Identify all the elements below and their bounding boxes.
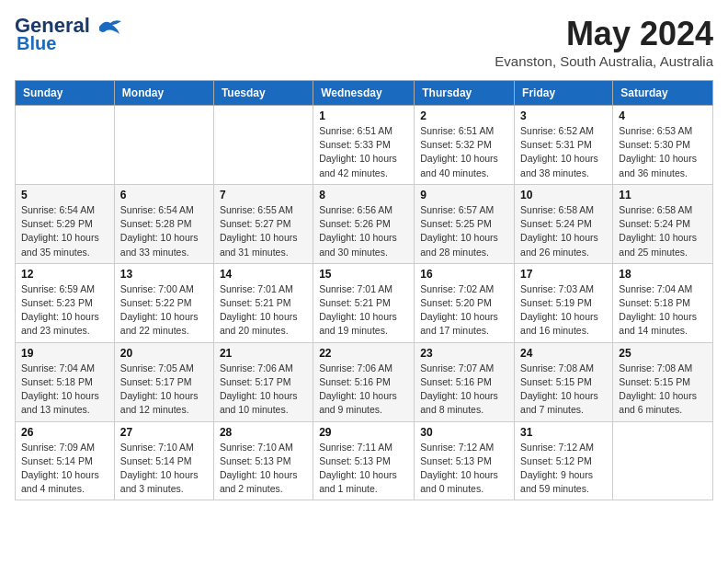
day-info: Sunrise: 7:08 AMSunset: 5:15 PMDaylight:… bbox=[619, 362, 707, 418]
day-number: 7 bbox=[220, 189, 307, 201]
calendar-cell: 31Sunrise: 7:12 AMSunset: 5:12 PMDayligh… bbox=[515, 421, 613, 500]
day-number: 26 bbox=[21, 426, 108, 439]
calendar-cell: 3Sunrise: 6:52 AMSunset: 5:31 PMDaylight… bbox=[515, 106, 613, 185]
location-title: Evanston, South Australia, Australia bbox=[495, 53, 713, 69]
day-info: Sunrise: 7:10 AMSunset: 5:13 PMDaylight:… bbox=[220, 441, 307, 497]
day-number: 25 bbox=[619, 347, 707, 360]
day-number: 10 bbox=[520, 189, 607, 201]
calendar-header: SundayMondayTuesdayWednesdayThursdayFrid… bbox=[16, 81, 713, 106]
calendar-cell: 30Sunrise: 7:12 AMSunset: 5:13 PMDayligh… bbox=[415, 421, 515, 500]
day-number: 11 bbox=[619, 189, 707, 201]
calendar-cell: 14Sunrise: 7:01 AMSunset: 5:21 PMDayligh… bbox=[213, 263, 313, 342]
day-info: Sunrise: 7:09 AMSunset: 5:14 PMDaylight:… bbox=[21, 441, 108, 497]
day-info: Sunrise: 6:53 AMSunset: 5:30 PMDaylight:… bbox=[619, 124, 707, 180]
calendar-cell: 18Sunrise: 7:04 AMSunset: 5:18 PMDayligh… bbox=[613, 263, 713, 342]
week-row-3: 12Sunrise: 6:59 AMSunset: 5:23 PMDayligh… bbox=[16, 263, 713, 342]
calendar-cell: 8Sunrise: 6:56 AMSunset: 5:26 PMDaylight… bbox=[313, 184, 415, 263]
column-header-wednesday: Wednesday bbox=[313, 81, 415, 106]
day-number: 29 bbox=[319, 426, 408, 439]
calendar-cell: 4Sunrise: 6:53 AMSunset: 5:30 PMDaylight… bbox=[613, 106, 713, 185]
day-info: Sunrise: 7:04 AMSunset: 5:18 PMDaylight:… bbox=[21, 362, 108, 418]
calendar-cell: 7Sunrise: 6:55 AMSunset: 5:27 PMDaylight… bbox=[213, 184, 313, 263]
column-header-monday: Monday bbox=[114, 81, 213, 106]
calendar-cell bbox=[114, 106, 213, 185]
column-header-friday: Friday bbox=[515, 81, 613, 106]
calendar-cell: 6Sunrise: 6:54 AMSunset: 5:28 PMDaylight… bbox=[114, 184, 213, 263]
day-info: Sunrise: 6:56 AMSunset: 5:26 PMDaylight:… bbox=[319, 203, 408, 259]
calendar-cell: 10Sunrise: 6:58 AMSunset: 5:24 PMDayligh… bbox=[515, 184, 613, 263]
day-info: Sunrise: 6:58 AMSunset: 5:24 PMDaylight:… bbox=[520, 203, 607, 259]
calendar-cell bbox=[213, 106, 313, 185]
day-info: Sunrise: 7:10 AMSunset: 5:14 PMDaylight:… bbox=[120, 441, 208, 497]
day-info: Sunrise: 6:52 AMSunset: 5:31 PMDaylight:… bbox=[520, 124, 607, 180]
title-block: May 2024 Evanston, South Australia, Aust… bbox=[495, 15, 713, 69]
calendar-cell: 29Sunrise: 7:11 AMSunset: 5:13 PMDayligh… bbox=[313, 421, 415, 500]
day-info: Sunrise: 7:01 AMSunset: 5:21 PMDaylight:… bbox=[319, 282, 408, 339]
week-row-4: 19Sunrise: 7:04 AMSunset: 5:18 PMDayligh… bbox=[16, 342, 713, 421]
day-info: Sunrise: 7:11 AMSunset: 5:13 PMDaylight:… bbox=[319, 441, 408, 497]
calendar-cell: 23Sunrise: 7:07 AMSunset: 5:16 PMDayligh… bbox=[415, 342, 515, 421]
calendar-cell: 25Sunrise: 7:08 AMSunset: 5:15 PMDayligh… bbox=[613, 342, 713, 421]
calendar-cell: 1Sunrise: 6:51 AMSunset: 5:33 PMDaylight… bbox=[313, 106, 415, 185]
calendar-cell: 24Sunrise: 7:08 AMSunset: 5:15 PMDayligh… bbox=[515, 342, 613, 421]
day-info: Sunrise: 6:51 AMSunset: 5:32 PMDaylight:… bbox=[420, 124, 508, 180]
week-row-5: 26Sunrise: 7:09 AMSunset: 5:14 PMDayligh… bbox=[16, 421, 713, 500]
day-info: Sunrise: 7:12 AMSunset: 5:12 PMDaylight:… bbox=[520, 441, 607, 497]
calendar-cell: 26Sunrise: 7:09 AMSunset: 5:14 PMDayligh… bbox=[16, 421, 115, 500]
day-number: 21 bbox=[220, 347, 307, 360]
day-number: 30 bbox=[420, 426, 508, 439]
day-number: 12 bbox=[21, 268, 108, 281]
calendar-cell: 16Sunrise: 7:02 AMSunset: 5:20 PMDayligh… bbox=[415, 263, 515, 342]
day-info: Sunrise: 7:03 AMSunset: 5:19 PMDaylight:… bbox=[520, 282, 607, 339]
column-header-saturday: Saturday bbox=[613, 81, 713, 106]
week-row-1: 1Sunrise: 6:51 AMSunset: 5:33 PMDaylight… bbox=[16, 106, 713, 185]
day-info: Sunrise: 7:12 AMSunset: 5:13 PMDaylight:… bbox=[420, 441, 508, 497]
day-info: Sunrise: 7:06 AMSunset: 5:16 PMDaylight:… bbox=[319, 362, 408, 418]
header-row: SundayMondayTuesdayWednesdayThursdayFrid… bbox=[16, 81, 713, 106]
day-number: 9 bbox=[420, 189, 508, 201]
calendar-cell: 20Sunrise: 7:05 AMSunset: 5:17 PMDayligh… bbox=[114, 342, 213, 421]
day-number: 28 bbox=[220, 426, 307, 439]
calendar-cell: 21Sunrise: 7:06 AMSunset: 5:17 PMDayligh… bbox=[213, 342, 313, 421]
calendar-cell: 17Sunrise: 7:03 AMSunset: 5:19 PMDayligh… bbox=[515, 263, 613, 342]
day-info: Sunrise: 7:08 AMSunset: 5:15 PMDaylight:… bbox=[520, 362, 607, 418]
calendar-cell: 2Sunrise: 6:51 AMSunset: 5:32 PMDaylight… bbox=[415, 106, 515, 185]
day-number: 18 bbox=[619, 268, 707, 281]
column-header-tuesday: Tuesday bbox=[213, 81, 313, 106]
month-title: May 2024 bbox=[495, 15, 713, 53]
day-number: 2 bbox=[420, 109, 508, 122]
column-header-thursday: Thursday bbox=[415, 81, 515, 106]
calendar-cell: 12Sunrise: 6:59 AMSunset: 5:23 PMDayligh… bbox=[16, 263, 115, 342]
day-number: 13 bbox=[120, 268, 208, 281]
calendar-cell: 9Sunrise: 6:57 AMSunset: 5:25 PMDaylight… bbox=[415, 184, 515, 263]
day-info: Sunrise: 6:55 AMSunset: 5:27 PMDaylight:… bbox=[220, 203, 307, 259]
calendar-cell: 13Sunrise: 7:00 AMSunset: 5:22 PMDayligh… bbox=[114, 263, 213, 342]
day-number: 24 bbox=[520, 347, 607, 360]
day-number: 19 bbox=[21, 347, 108, 360]
calendar-cell: 22Sunrise: 7:06 AMSunset: 5:16 PMDayligh… bbox=[313, 342, 415, 421]
day-number: 17 bbox=[520, 268, 607, 281]
calendar-cell: 5Sunrise: 6:54 AMSunset: 5:29 PMDaylight… bbox=[16, 184, 115, 263]
day-info: Sunrise: 6:54 AMSunset: 5:28 PMDaylight:… bbox=[120, 203, 208, 259]
logo-blue-text: Blue bbox=[17, 33, 56, 54]
day-number: 5 bbox=[21, 189, 108, 201]
calendar-cell: 11Sunrise: 6:58 AMSunset: 5:24 PMDayligh… bbox=[613, 184, 713, 263]
calendar-cell bbox=[613, 421, 713, 500]
calendar-table: SundayMondayTuesdayWednesdayThursdayFrid… bbox=[15, 80, 713, 500]
day-number: 27 bbox=[120, 426, 208, 439]
day-info: Sunrise: 7:04 AMSunset: 5:18 PMDaylight:… bbox=[619, 282, 707, 339]
day-number: 15 bbox=[319, 268, 408, 281]
day-number: 8 bbox=[319, 189, 408, 201]
day-info: Sunrise: 7:06 AMSunset: 5:17 PMDaylight:… bbox=[220, 362, 307, 418]
day-info: Sunrise: 6:58 AMSunset: 5:24 PMDaylight:… bbox=[619, 203, 707, 259]
column-header-sunday: Sunday bbox=[16, 81, 115, 106]
day-info: Sunrise: 7:01 AMSunset: 5:21 PMDaylight:… bbox=[220, 282, 307, 339]
day-info: Sunrise: 7:00 AMSunset: 5:22 PMDaylight:… bbox=[120, 282, 208, 339]
day-info: Sunrise: 6:57 AMSunset: 5:25 PMDaylight:… bbox=[420, 203, 508, 259]
day-number: 16 bbox=[420, 268, 508, 281]
day-number: 31 bbox=[520, 426, 607, 439]
logo: General Blue bbox=[15, 15, 123, 54]
day-number: 3 bbox=[520, 109, 607, 122]
bird-icon bbox=[97, 17, 123, 36]
calendar-cell: 15Sunrise: 7:01 AMSunset: 5:21 PMDayligh… bbox=[313, 263, 415, 342]
